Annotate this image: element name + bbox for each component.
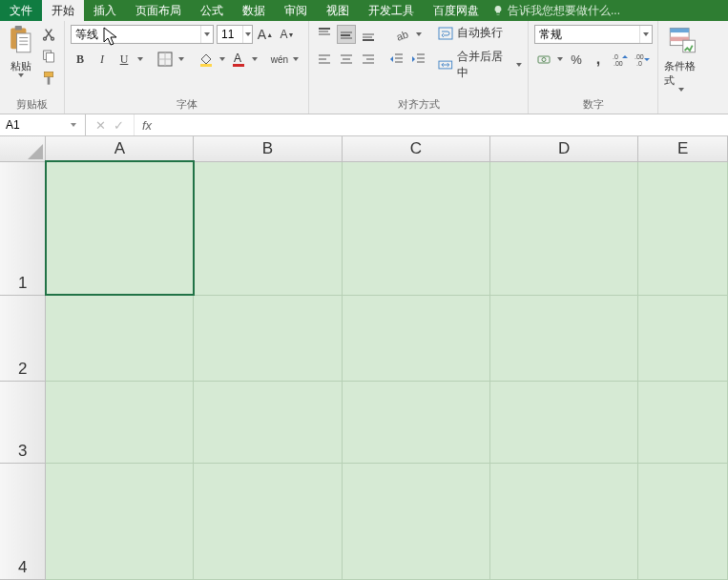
name-box-input[interactable] xyxy=(0,118,67,132)
group-label-alignment: 对齐方式 xyxy=(315,93,522,114)
currency-dropdown[interactable] xyxy=(556,50,564,69)
borders-button[interactable] xyxy=(156,50,175,69)
cell-D2[interactable] xyxy=(489,295,637,381)
ribbon: 粘贴 剪贴板 xyxy=(0,21,728,114)
cell-C1[interactable] xyxy=(342,161,489,295)
col-header-B[interactable]: B xyxy=(194,136,342,161)
align-right-button[interactable] xyxy=(359,50,378,69)
font-color-button[interactable]: A xyxy=(229,50,248,69)
cell-C4[interactable] xyxy=(342,463,489,579)
bold-button[interactable]: B xyxy=(71,50,90,69)
cell-E4[interactable] xyxy=(638,463,728,579)
name-box[interactable] xyxy=(0,114,86,135)
cell-A3[interactable] xyxy=(46,381,194,463)
formula-input[interactable] xyxy=(159,114,728,135)
copy-button[interactable] xyxy=(39,47,58,66)
cell-B2[interactable] xyxy=(194,295,342,381)
format-painter-button[interactable] xyxy=(39,69,58,88)
align-middle-icon xyxy=(339,27,354,42)
group-label-styles xyxy=(664,108,710,114)
chevron-down-icon[interactable] xyxy=(639,26,652,43)
tab-view[interactable]: 视图 xyxy=(317,0,359,21)
phonetic-dropdown[interactable] xyxy=(292,50,300,69)
font-size-input[interactable] xyxy=(218,26,242,43)
increase-indent-button[interactable] xyxy=(409,50,428,69)
cell-A1[interactable] xyxy=(46,161,194,295)
comma-button[interactable]: , xyxy=(589,50,608,69)
italic-button[interactable]: I xyxy=(93,50,112,69)
decrease-font-button[interactable]: A▼ xyxy=(278,25,297,44)
number-format-combo[interactable] xyxy=(534,25,653,44)
currency-button[interactable] xyxy=(534,50,553,69)
group-clipboard: 粘贴 剪贴板 xyxy=(0,21,65,114)
cell-B3[interactable] xyxy=(194,381,342,463)
chevron-down-icon[interactable] xyxy=(242,26,252,43)
borders-dropdown[interactable] xyxy=(177,50,185,69)
cell-A4[interactable] xyxy=(46,463,194,579)
fill-color-dropdown[interactable] xyxy=(218,50,226,69)
row-header-2[interactable]: 2 xyxy=(0,295,46,381)
enter-formula-button[interactable]: ✓ xyxy=(114,118,124,133)
tab-file[interactable]: 文件 xyxy=(0,0,42,21)
chevron-down-icon[interactable] xyxy=(67,114,80,135)
align-bottom-button[interactable] xyxy=(359,25,378,44)
col-header-C[interactable]: C xyxy=(342,136,489,161)
row-header-4[interactable]: 4 xyxy=(0,463,46,579)
cell-E3[interactable] xyxy=(638,381,728,463)
tab-developer[interactable]: 开发工具 xyxy=(359,0,424,21)
paste-button[interactable]: 粘贴 xyxy=(6,25,35,93)
orientation-button[interactable]: ab xyxy=(393,25,412,44)
tab-home[interactable]: 开始 xyxy=(42,0,84,21)
font-name-input[interactable] xyxy=(72,26,200,43)
decrease-indent-button[interactable] xyxy=(387,50,406,69)
orientation-dropdown[interactable] xyxy=(415,25,423,44)
tab-review[interactable]: 审阅 xyxy=(275,0,317,21)
align-left-button[interactable] xyxy=(315,50,334,69)
merge-center-button[interactable]: 合并后居中 xyxy=(438,49,522,81)
tab-data[interactable]: 数据 xyxy=(233,0,275,21)
cell-D3[interactable] xyxy=(489,381,637,463)
cut-button[interactable] xyxy=(39,25,58,44)
cell-A2[interactable] xyxy=(46,295,194,381)
font-color-dropdown[interactable] xyxy=(251,50,259,69)
align-top-button[interactable] xyxy=(315,25,334,44)
cell-C2[interactable] xyxy=(342,295,489,381)
cell-C3[interactable] xyxy=(342,381,489,463)
tab-page-layout[interactable]: 页面布局 xyxy=(126,0,191,21)
increase-font-button[interactable]: A▲ xyxy=(256,25,275,44)
underline-dropdown[interactable] xyxy=(136,50,144,69)
col-header-A[interactable]: A xyxy=(46,136,194,161)
increase-decimal-button[interactable]: .0.00 xyxy=(611,50,630,69)
wrap-text-button[interactable]: 自动换行 xyxy=(438,25,503,41)
align-center-button[interactable] xyxy=(337,50,356,69)
percent-button[interactable]: % xyxy=(567,50,586,69)
chevron-down-icon[interactable] xyxy=(200,26,213,43)
cell-D1[interactable] xyxy=(489,161,637,295)
fx-label[interactable]: fx xyxy=(135,114,159,135)
row-header-1[interactable]: 1 xyxy=(0,161,46,295)
fill-color-button[interactable] xyxy=(197,50,216,69)
number-format-input[interactable] xyxy=(535,26,639,43)
cell-E2[interactable] xyxy=(638,295,728,381)
tab-formulas[interactable]: 公式 xyxy=(191,0,233,21)
conditional-format-button[interactable]: 条件格式 xyxy=(664,25,698,108)
tab-baidu[interactable]: 百度网盘 xyxy=(424,0,489,21)
font-size-combo[interactable] xyxy=(217,25,253,44)
cell-D4[interactable] xyxy=(489,463,637,579)
phonetic-button[interactable]: wén xyxy=(270,50,289,69)
formula-bar[interactable] xyxy=(159,114,728,135)
col-header-D[interactable]: D xyxy=(489,136,637,161)
font-name-combo[interactable] xyxy=(71,25,214,44)
cell-B4[interactable] xyxy=(194,463,342,579)
cell-B1[interactable] xyxy=(194,161,342,295)
decrease-decimal-button[interactable]: .00.0 xyxy=(633,50,652,69)
tell-me[interactable]: 告诉我您想要做什么... xyxy=(492,0,620,21)
select-all-corner[interactable] xyxy=(0,136,46,161)
cancel-formula-button[interactable]: ✕ xyxy=(95,118,106,133)
col-header-E[interactable]: E xyxy=(638,136,728,161)
row-header-3[interactable]: 3 xyxy=(0,381,46,463)
tab-insert[interactable]: 插入 xyxy=(84,0,126,21)
cell-E1[interactable] xyxy=(638,161,728,295)
align-middle-button[interactable] xyxy=(337,25,356,44)
underline-button[interactable]: U xyxy=(114,50,134,69)
